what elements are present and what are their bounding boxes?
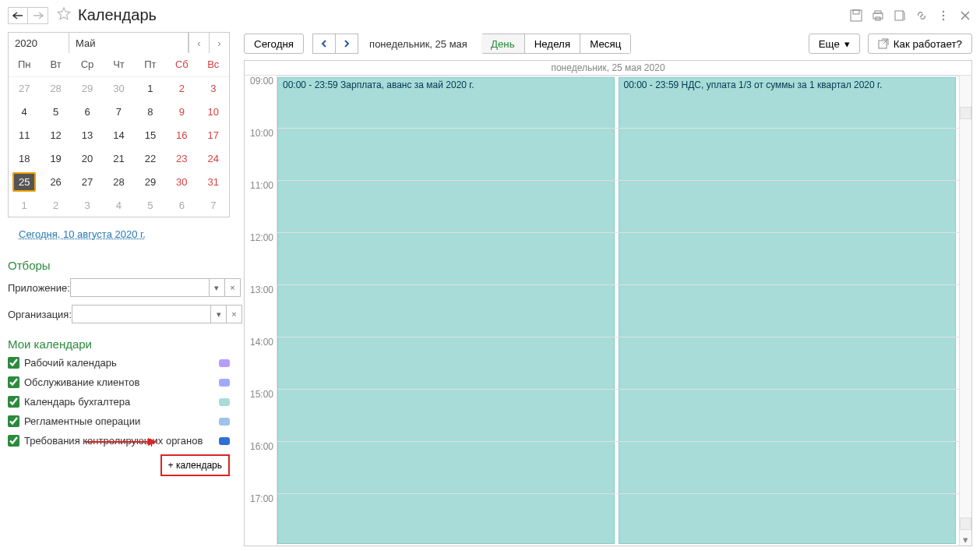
help-button[interactable]: Как работает? [868,34,972,54]
mini-cal-day[interactable]: 30 [103,76,134,100]
calendar-checkbox[interactable] [8,376,19,388]
event-item[interactable]: 00:00 - 23:59 Зарплата, аванс за май 202… [277,77,615,544]
more-button-label: Еще [819,38,840,50]
save-icon[interactable] [849,9,863,23]
title-actions [849,9,972,23]
mini-cal-day[interactable]: 3 [72,193,103,217]
calendar-name: Календарь бухгалтера [24,396,219,408]
next-day-button[interactable] [335,34,358,54]
mini-cal-prev[interactable]: ‹ [189,33,209,53]
mini-cal-day[interactable]: 20 [72,147,103,170]
today-button[interactable]: Сегодня [244,34,304,54]
filter-org-drop[interactable]: ▾ [211,305,227,323]
mini-cal-day[interactable]: 13 [72,123,103,147]
mini-cal-day[interactable]: 4 [9,100,40,123]
mini-cal-day[interactable]: 12 [40,123,71,147]
hour-label: 09:00 [245,76,277,128]
mini-cal-day[interactable]: 5 [135,193,166,217]
mini-cal-day[interactable]: 16 [166,123,197,147]
mini-cal-year[interactable]: 2020 [9,33,69,53]
more-button[interactable]: Еще▾ [809,34,860,54]
mini-cal-day[interactable]: 10 [198,100,229,123]
svg-point-6 [943,10,944,12]
view-month-button[interactable]: Месяц [580,34,631,54]
prev-day-button[interactable] [312,34,336,54]
svg-rect-3 [875,11,881,13]
mini-cal-day[interactable]: 27 [9,76,40,100]
mini-cal-day[interactable]: 21 [103,147,134,170]
filter-org-input[interactable] [72,305,211,323]
mini-cal-day[interactable]: 14 [103,123,134,147]
mini-cal-next[interactable]: › [209,33,229,53]
mini-cal-day[interactable]: 7 [198,193,229,217]
mini-cal-day[interactable]: 1 [135,76,166,100]
mini-cal-day[interactable]: 27 [72,170,103,193]
mini-cal-day[interactable]: 9 [166,100,197,123]
scroll-thumb[interactable] [960,107,971,119]
close-icon[interactable] [958,9,972,23]
mini-cal-day[interactable]: 17 [198,123,229,147]
scroll-thumb[interactable] [960,517,971,530]
mini-cal-day[interactable]: 24 [198,147,229,170]
mini-cal-day[interactable]: 4 [103,193,134,217]
favorite-star-icon[interactable] [56,6,72,24]
filter-app-drop[interactable]: ▾ [210,278,225,297]
mini-cal-day[interactable]: 6 [166,193,197,217]
filter-org-clear[interactable]: × [227,305,242,323]
nav-forward-button[interactable] [28,7,48,24]
mini-cal-day[interactable]: 26 [40,170,71,193]
mini-cal-day[interactable]: 29 [135,170,166,193]
calendar-swatch [219,418,230,426]
mini-cal-day[interactable]: 29 [72,76,103,100]
scrollbar[interactable]: ▾ [959,76,971,546]
mini-cal-day[interactable]: 22 [135,147,166,170]
events-column[interactable]: 00:00 - 23:59 Зарплата, аванс за май 202… [277,76,959,546]
add-calendar-button[interactable]: + календарь [160,454,230,476]
mini-cal-day[interactable]: 2 [166,76,197,100]
svg-rect-0 [851,10,862,21]
mini-cal-day[interactable]: 7 [103,100,134,123]
event-item[interactable]: 00:00 - 23:59 НДС, уплата 1/3 от суммы з… [619,77,956,544]
print-icon[interactable] [871,9,885,23]
mini-cal-day[interactable]: 15 [135,123,166,147]
mini-cal-day[interactable]: 31 [198,170,229,193]
day-grid: понедельник, 25 мая 2020 09:0010:0011:00… [244,60,972,546]
mini-cal-dow: Пн [9,53,40,76]
nav-back-button[interactable] [8,7,28,24]
chevron-down-icon: ▾ [844,38,850,50]
mini-cal-day[interactable]: 28 [103,170,134,193]
hour-label: 10:00 [245,128,277,180]
filter-app-clear[interactable]: × [225,278,241,297]
mini-cal-day[interactable]: 2 [40,193,71,217]
today-link[interactable]: Сегодня, 10 августа 2020 г. [19,228,146,240]
mini-cal-day[interactable]: 3 [198,76,229,100]
more-icon[interactable] [936,9,950,23]
mini-cal-dow: Пт [135,53,166,76]
mini-cal-month[interactable]: Май [69,33,189,53]
calendar-checkbox[interactable] [8,357,19,369]
toolbar: Сегодня понедельник, 25 мая День Неделя … [244,32,972,55]
hour-label: 17:00 [245,493,277,546]
view-day-button[interactable]: День [481,34,525,54]
mini-cal-day[interactable]: 19 [40,147,71,170]
mini-cal-day[interactable]: 18 [9,147,40,170]
scroll-down-icon[interactable]: ▾ [960,533,971,546]
page-icon[interactable] [893,9,907,23]
link-icon[interactable] [915,9,929,23]
calendar-checkbox[interactable] [8,435,19,447]
mini-cal-day[interactable]: 1 [9,193,40,217]
mini-cal-day[interactable]: 23 [166,147,197,170]
mini-cal-day[interactable]: 28 [40,76,71,100]
calendar-checkbox[interactable] [8,396,19,408]
mini-cal-day[interactable]: 25 [9,170,40,193]
view-week-button[interactable]: Неделя [524,34,581,54]
toolbar-date: понедельник, 25 мая [369,38,467,50]
mini-cal-day[interactable]: 30 [166,170,197,193]
mini-cal-day[interactable]: 8 [135,100,166,123]
mini-cal-day[interactable]: 5 [40,100,71,123]
mini-cal-day[interactable]: 11 [9,123,40,147]
hour-label: 12:00 [245,232,277,284]
calendar-checkbox[interactable] [8,415,19,427]
filter-app-input[interactable] [70,278,210,297]
mini-cal-day[interactable]: 6 [72,100,103,123]
